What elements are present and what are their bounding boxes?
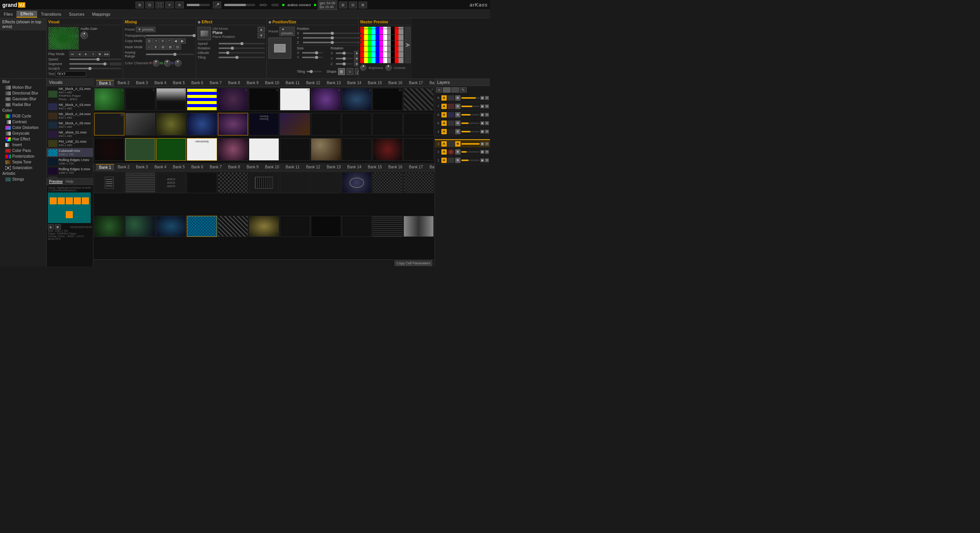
effect-invert[interactable]: Invert — [0, 142, 46, 148]
bottom-bank-tab-10[interactable]: Bank 10 — [262, 164, 282, 170]
bank-tab-1[interactable]: Bank 1 — [96, 80, 114, 86]
cell-2-8[interactable] — [311, 113, 341, 135]
bottom-bank-tab-14[interactable]: Bank 14 — [344, 164, 364, 170]
bot-cell-1-9[interactable] — [342, 172, 372, 193]
bottom-bank-tab-18[interactable]: Bank 18 — [426, 164, 434, 170]
layer-3-x[interactable]: ✕ — [485, 142, 489, 146]
visual-preview[interactable] — [48, 27, 79, 50]
cell-3-1[interactable] — [94, 138, 124, 161]
win-btn-1[interactable]: ⊞ — [339, 2, 347, 8]
layer-ctrl-edit[interactable]: ✎ — [460, 87, 467, 93]
effect-hue[interactable]: Hue Effect — [0, 136, 46, 142]
shape-square-btn[interactable]: ⊞ — [338, 68, 345, 75]
layer-3-play[interactable]: ▶ — [480, 142, 484, 146]
contrast-knob[interactable] — [385, 65, 392, 71]
pos-y-slider[interactable] — [303, 37, 362, 39]
bank-tab-18[interactable]: Bank 18 — [426, 80, 434, 86]
bot-cell-1-1[interactable] — [94, 172, 124, 193]
transparency-slider[interactable] — [146, 35, 194, 36]
cell-1-6[interactable]: 6 — [249, 88, 279, 111]
effect-directional-blur[interactable]: Directional Blur — [0, 90, 46, 96]
cell-1-2[interactable]: 2 — [125, 88, 155, 111]
visual-list-item-7[interactable]: Cubewall.mov 1280 x 720 — [47, 148, 93, 157]
effect-posterization[interactable]: Posterization — [0, 153, 46, 159]
layer-8-a[interactable]: A — [441, 95, 447, 101]
bot-cell-1-2[interactable] — [125, 172, 155, 193]
layer-5-fader[interactable] — [461, 122, 480, 124]
bottom-bank-tab-16[interactable]: Bank 16 — [385, 164, 405, 170]
layer-1-play[interactable]: ▶ — [480, 158, 484, 162]
bot-cell-1-7[interactable] — [280, 172, 310, 193]
cell-2-10[interactable] — [372, 113, 403, 135]
effect-altitude-slider[interactable] — [219, 52, 265, 54]
bottom-bank-tab-6[interactable]: Bank 6 — [188, 164, 206, 170]
cell-2-2[interactable] — [125, 113, 155, 135]
preview-play-btn[interactable]: ▶ — [48, 224, 54, 230]
copy-cell-params-btn[interactable]: Copy Cell Parameters — [395, 261, 432, 266]
copy-mode-btn-5[interactable]: ◀ — [172, 38, 179, 44]
shape-circle-btn[interactable]: ○ — [346, 68, 353, 75]
cell-1-11[interactable]: 11 — [403, 88, 434, 111]
layer-4-fader[interactable] — [461, 131, 480, 132]
layer-5-play[interactable]: ▶ — [480, 121, 484, 125]
pos-z-slider[interactable] — [303, 42, 362, 43]
rot-z-inc[interactable]: ▶ — [354, 62, 358, 66]
layer-7-play[interactable]: ▶ — [480, 104, 484, 108]
bot-cell-2-4[interactable] — [187, 216, 217, 237]
layer-8-b[interactable]: B — [455, 95, 461, 101]
preview-tab[interactable]: Preview — [49, 179, 63, 184]
layer-5-x[interactable]: ✕ — [485, 121, 489, 125]
effect-strings[interactable]: Strings — [0, 176, 46, 182]
text-input[interactable] — [56, 71, 86, 77]
win-btn-3[interactable]: ⊠ — [359, 2, 367, 8]
help-tab[interactable]: Help — [66, 179, 74, 184]
layer-3-a[interactable]: A — [441, 141, 447, 147]
green-channel-knob[interactable] — [164, 60, 171, 67]
visual-list-item-2[interactable]: NK_block_A_03.mov 640 x 480 — [47, 102, 93, 111]
bot-cell-2-9[interactable] — [342, 216, 372, 237]
presets-btn-pos[interactable]: ▼ presets — [279, 27, 295, 36]
layer-6-b[interactable]: B — [455, 112, 461, 117]
layer-4-play[interactable]: ▶ — [480, 130, 484, 134]
bottom-bank-tab-9[interactable]: Bank 9 — [243, 164, 261, 170]
audio-gain-knob[interactable] — [80, 31, 88, 39]
cell-2-7[interactable] — [280, 113, 310, 135]
menu-mappings[interactable]: Mappings — [88, 11, 114, 17]
cell-3-11[interactable] — [403, 138, 434, 161]
copy-mode-btn-1[interactable]: ⊟ — [146, 38, 153, 44]
layer-7-b[interactable]: B — [455, 104, 461, 109]
layer-2-fader[interactable] — [461, 151, 480, 153]
effect-tiling-slider[interactable] — [219, 57, 265, 58]
cell-3-8[interactable] — [311, 138, 341, 161]
audio-btn[interactable]: ✕ — [165, 2, 174, 8]
cell-1-5[interactable]: 5 — [218, 88, 248, 111]
cell-3-3[interactable] — [156, 138, 186, 161]
menu-sources[interactable]: Sources — [65, 11, 88, 17]
cell-3-7[interactable] — [280, 138, 310, 161]
visual-list-item-4[interactable]: NK_block_A_05.mov 640 x 480 — [47, 121, 93, 130]
layer-1-fader[interactable] — [461, 160, 480, 161]
bot-cell-1-8[interactable] — [311, 172, 341, 193]
layer-8-x[interactable]: ✕ — [485, 96, 489, 100]
win-btn-2[interactable]: ⊟ — [349, 2, 357, 8]
bank-tab-9[interactable]: Bank 9 — [243, 80, 261, 86]
record-btn[interactable]: ⊕ — [175, 2, 184, 8]
bottom-bank-tab-2[interactable]: Bank 2 — [114, 164, 132, 170]
visual-list-item-5[interactable]: NK_shine_01.mov 640 x 480 — [47, 130, 93, 139]
bot-cell-1-10[interactable] — [372, 172, 403, 193]
layer-6-fader[interactable] — [461, 114, 480, 116]
bottom-bank-tab-15[interactable]: Bank 15 — [365, 164, 385, 170]
bank-tab-2[interactable]: Bank 2 — [114, 80, 132, 86]
play-btn-stop[interactable]: ⏹ — [97, 51, 103, 57]
layer-4-a[interactable]: A — [441, 129, 447, 134]
effect-color-pass[interactable]: Color Pass — [0, 148, 46, 153]
bank-tab-14[interactable]: Bank 14 — [344, 80, 364, 86]
effect-rotation-slider[interactable] — [219, 47, 265, 49]
mask-btn-5[interactable]: ⊟ — [174, 44, 181, 50]
layout-btn-2[interactable]: ⊟ — [145, 2, 154, 8]
bank-tab-3[interactable]: Bank 3 — [133, 80, 151, 86]
cell-2-4[interactable] — [187, 113, 217, 135]
blue-channel-knob[interactable] — [175, 60, 181, 67]
layer-ctrl-a[interactable]: A — [436, 87, 442, 93]
visual-list-item-10[interactable]: Spiral.mov — [47, 176, 93, 178]
